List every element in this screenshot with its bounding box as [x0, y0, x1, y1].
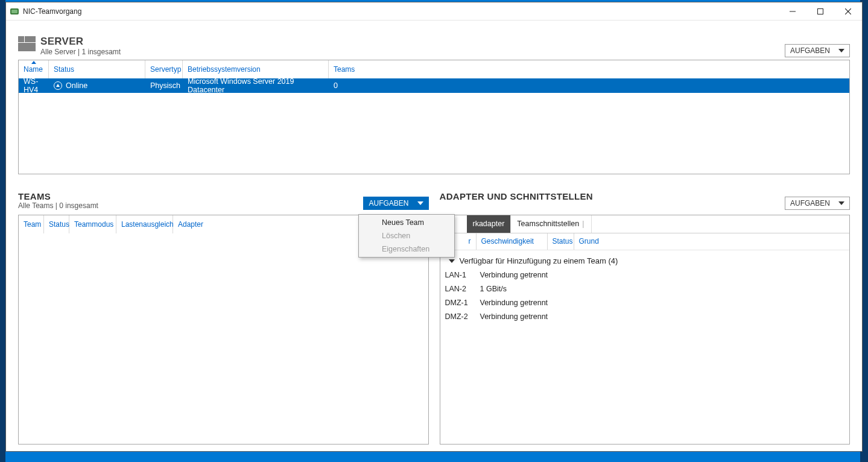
adapter-row[interactable]: LAN-1 Verbindung getrennt [440, 268, 850, 282]
app-icon [10, 7, 19, 16]
menu-delete: Löschen [359, 229, 454, 242]
col-reason: Grund [579, 237, 599, 245]
titlebar: NIC-Teamvorgang [6, 2, 862, 21]
server-status: Online [66, 81, 87, 90]
server-name: WS-HV4 [24, 78, 44, 94]
tab-network-adapter[interactable]: rkadapter [467, 215, 512, 233]
tasks-label: AUFGABEN [790, 46, 830, 55]
teams-panel: TEAMS Alle Teams | 0 insgesamt AUFGABEN … [18, 191, 429, 445]
tasks-label: AUFGABEN [369, 199, 408, 207]
col-mode: Teammodus [74, 220, 113, 229]
minimize-button[interactable] [779, 2, 806, 20]
col-speed: Geschwindigkeit [481, 237, 534, 245]
server-teams: 0 [334, 81, 338, 90]
col-status: Status [54, 65, 74, 74]
window-controls [779, 2, 862, 20]
expand-collapse-icon [449, 259, 455, 263]
adapter-name: LAN-2 [440, 285, 475, 293]
adapter-speed: Verbindung getrennt [475, 299, 548, 307]
col-adapter: Adapter [178, 220, 203, 229]
chevron-down-icon [838, 49, 844, 52]
col-teams: Teams [334, 65, 355, 74]
col-status: Status [49, 220, 69, 229]
close-button[interactable] [834, 2, 862, 20]
server-section-title: SERVER [40, 36, 121, 48]
server-section-subtitle: Alle Server | 1 insgesamt [40, 48, 121, 56]
teams-subtitle: Alle Teams | 0 insgesamt [18, 201, 98, 210]
adapter-group-label: Verfügbar für Hinzufügung zu einem Team … [460, 256, 618, 265]
sort-ascending-icon [31, 61, 36, 64]
col-status: Status [553, 237, 573, 245]
teams-tasks-menu: Neues Team Löschen Eigenschaften [358, 214, 455, 258]
adapters-panel: ADAPTER UND SCHNITTSTELLEN AUFGABEN rkad… [440, 191, 851, 445]
adapter-speed: 1 GBit/s [475, 285, 507, 293]
tasks-label: AUFGABEN [790, 199, 830, 207]
teams-title: TEAMS [18, 191, 98, 201]
adapter-speed: Verbindung getrennt [475, 312, 548, 321]
server-row[interactable]: WS-HV4 Online Physisch Microsoft Windows… [19, 78, 849, 93]
adapter-name: DMZ-1 [440, 299, 475, 307]
col-team: Team [24, 220, 41, 229]
teams-tasks-button[interactable]: AUFGABEN [363, 197, 428, 210]
window-title: NIC-Teamvorgang [23, 7, 779, 16]
col-name: Name [24, 65, 43, 74]
server-icon [18, 36, 36, 51]
col-osver: Betriebssystemversion [188, 65, 261, 74]
adapters-tabbar: rkadapter Teamschnittstellen │ [440, 215, 850, 233]
adapters-subtitle [440, 201, 593, 210]
adapter-speed: Verbindung getrennt [475, 271, 548, 279]
server-grid-headers[interactable]: Name Status Servertyp Betriebssystemvers… [19, 60, 849, 78]
server-os: Microsoft Windows Server 2019 Datacenter [188, 78, 324, 94]
adapter-row[interactable]: LAN-2 1 GBit/s [440, 282, 850, 296]
adapters-title: ADAPTER UND SCHNITTSTELLEN [440, 191, 593, 201]
adapter-row[interactable]: DMZ-1 Verbindung getrennt [440, 296, 850, 310]
col-servertype: Servertyp [150, 65, 181, 74]
chevron-down-icon [417, 201, 423, 205]
server-section-header: SERVER Alle Server | 1 insgesamt AUFGABE… [18, 36, 850, 57]
tab-team-interfaces[interactable]: Teamschnittstellen │ [511, 215, 592, 233]
adapter-group-row[interactable]: Verfügbar für Hinzufügung zu einem Team … [440, 254, 850, 268]
status-online-icon [54, 81, 62, 90]
adapters-sub-headers[interactable]: r Geschwindigkeit Status Grund [440, 233, 850, 250]
server-tasks-button[interactable]: AUFGABEN [785, 44, 850, 57]
menu-new-team[interactable]: Neues Team [359, 216, 454, 229]
server-type: Physisch [150, 81, 180, 90]
col-adapter-tail: r [469, 237, 471, 245]
adapter-row[interactable]: DMZ-2 Verbindung getrennt [440, 310, 850, 324]
content-area: SERVER Alle Server | 1 insgesamt AUFGABE… [6, 21, 862, 451]
adapter-name: DMZ-2 [440, 312, 475, 321]
svg-rect-1 [11, 10, 17, 13]
text-cursor-icon: │ [581, 221, 585, 227]
adapters-tasks-button[interactable]: AUFGABEN [785, 197, 850, 210]
server-grid: Name Status Servertyp Betriebssystemvers… [18, 60, 850, 174]
svg-rect-3 [818, 8, 823, 14]
adapter-name: LAN-1 [440, 271, 475, 279]
adapters-grid: rkadapter Teamschnittstellen │ r Geschwi… [440, 215, 851, 445]
col-lb: Lastenausgleich [121, 220, 174, 229]
maximize-button[interactable] [806, 2, 834, 20]
chevron-down-icon [838, 201, 844, 205]
menu-properties: Eigenschaften [359, 242, 454, 256]
app-window: NIC-Teamvorgang SERVER Alle Server | 1 [5, 2, 863, 452]
